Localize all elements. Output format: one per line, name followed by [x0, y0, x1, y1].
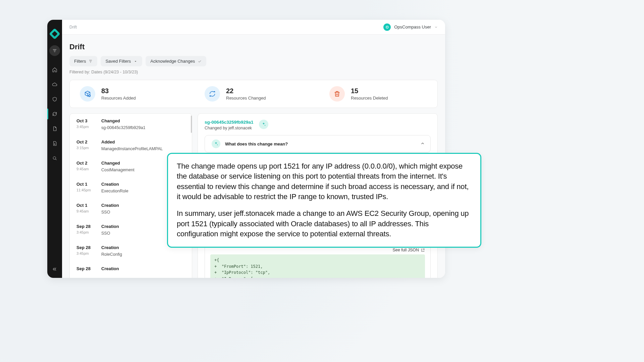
timeline-action: Creation — [101, 224, 119, 229]
timeline-time: 3:45pm — [76, 230, 101, 234]
stat-deleted: 15 Resources Deleted — [329, 86, 427, 102]
explain-card[interactable]: What does this change mean? — [205, 135, 431, 153]
sync-icon — [52, 111, 57, 117]
timeline-action: Changed — [101, 118, 145, 123]
timeline-date: Sep 28 — [76, 266, 101, 271]
filter-icon — [89, 59, 93, 63]
timeline-time: 9:45am — [76, 209, 101, 213]
trash-icon — [329, 86, 345, 102]
ai-explanation-callout: The change made opens up port 1521 for a… — [167, 153, 481, 248]
topbar: Drift O OpsCompass User — [62, 20, 445, 35]
timeline-time: 9:45am — [76, 167, 101, 171]
caret-down-icon — [133, 59, 138, 63]
stats-panel: 83 Resources Added 22 Resources Changed … — [69, 80, 438, 108]
external-link-icon — [421, 248, 425, 252]
callout-paragraph-2: In summary, user jeff.stonacek made a ch… — [177, 208, 472, 239]
see-full-json-link[interactable]: See full JSON — [210, 248, 425, 252]
filter-lines-icon — [52, 48, 57, 53]
refresh-icon — [205, 86, 220, 102]
saved-filters-button[interactable]: Saved Filters — [101, 56, 142, 66]
nav-export[interactable] — [49, 139, 60, 148]
timeline-resource: RoleConfig — [101, 252, 122, 257]
timeline-action: Creation — [101, 266, 119, 271]
timeline-date: Oct 1 — [76, 182, 101, 187]
search-icon — [52, 156, 57, 161]
sidebar — [47, 20, 62, 278]
app-logo — [49, 28, 60, 40]
stat-deleted-label: Resources Deleted — [351, 96, 388, 101]
timeline-action: Added — [101, 139, 163, 144]
timeline-resource: ManagedInstanceProfileLAMPAL — [101, 146, 163, 151]
timeline-time: 11:45pm — [76, 188, 101, 192]
stat-added: 83 Resources Added — [80, 86, 178, 102]
avatar: O — [383, 23, 391, 31]
timeline-action: Creation — [101, 245, 122, 250]
timeline-date: Sep 28 — [76, 224, 101, 229]
page-title: Drift — [69, 43, 438, 51]
timeline-row[interactable]: Oct 33:45pmChangedsg-00645c3259fb929a1 — [70, 114, 192, 135]
detail-changed-by: Changed by jeff.stonacek — [205, 126, 254, 130]
timeline-time: 3:45pm — [76, 251, 101, 255]
ai-sparkle-badge — [259, 120, 268, 129]
chevron-up-icon — [420, 141, 425, 147]
timeline-action: Changed — [101, 161, 135, 166]
stat-added-label: Resources Added — [101, 96, 136, 101]
nav-reports[interactable] — [49, 124, 60, 133]
stat-changed-value: 22 — [226, 87, 266, 95]
timeline-time: 3:45pm — [76, 125, 101, 129]
timeline-resource: SSO — [101, 210, 119, 215]
timeline-date: Oct 2 — [76, 161, 101, 166]
timeline-date: Oct 2 — [76, 139, 101, 144]
nav-drift[interactable] — [49, 110, 60, 118]
chevron-double-left-icon — [52, 266, 57, 272]
action-row: Filters Saved Filters Acknowledge Change… — [69, 56, 438, 66]
user-name: OpsCompass User — [394, 24, 431, 29]
cloud-icon — [52, 82, 57, 87]
diff-code-block: +{ + "FromPort": 1521, + "IpProtocol": "… — [210, 254, 425, 278]
breadcrumb: Drift — [69, 25, 77, 29]
acknowledge-button[interactable]: Acknowledge Changes — [146, 56, 206, 66]
timeline-date: Sep 28 — [76, 245, 101, 250]
timeline-action: Creation — [101, 182, 128, 187]
timeline-row[interactable]: Sep 28Creation — [70, 261, 192, 276]
sidebar-filter-button[interactable] — [49, 45, 60, 56]
nav-cloud[interactable] — [49, 80, 60, 89]
nav-home[interactable] — [49, 65, 60, 74]
stat-changed-label: Resources Changed — [226, 96, 266, 101]
stat-added-value: 83 — [101, 87, 136, 95]
sidebar-collapse[interactable] — [47, 266, 62, 272]
document-icon — [52, 126, 57, 131]
chevron-down-icon — [434, 25, 438, 29]
shield-icon — [52, 97, 57, 102]
timeline-action: Creation — [101, 203, 119, 208]
stat-changed: 22 Resources Changed — [205, 86, 303, 102]
timeline-resource: sg-00645c3259fb929a1 — [101, 125, 145, 130]
nav-search[interactable] — [49, 154, 60, 163]
filters-button[interactable]: Filters — [69, 56, 97, 66]
home-icon — [52, 67, 57, 72]
check-icon — [198, 59, 202, 63]
timeline-resource: CostManagement — [101, 168, 135, 172]
filtered-by-text: Filtered by: Dates (9/24/23 - 10/3/23) — [69, 70, 438, 74]
nav-security[interactable] — [49, 95, 60, 104]
timeline-date: Oct 1 — [76, 203, 101, 208]
stat-deleted-value: 15 — [351, 87, 388, 95]
timeline-resource: SSO — [101, 231, 119, 236]
timeline-resource: ExecutionRole — [101, 189, 128, 193]
callout-paragraph-1: The change made opens up port 1521 for a… — [177, 161, 472, 202]
cube-plus-icon — [80, 86, 95, 102]
explain-title: What does this change mean? — [225, 141, 288, 146]
timeline-time: 3:15pm — [76, 146, 101, 150]
file-arrow-icon — [52, 141, 57, 146]
ai-sparkle-icon — [212, 139, 220, 148]
svg-point-0 — [53, 157, 56, 159]
detail-resource-id[interactable]: sg-00645c3259fb929a1 — [205, 120, 254, 125]
sidebar-nav — [49, 65, 60, 163]
user-menu[interactable]: O OpsCompass User — [383, 23, 438, 31]
timeline-date: Oct 3 — [76, 118, 101, 123]
